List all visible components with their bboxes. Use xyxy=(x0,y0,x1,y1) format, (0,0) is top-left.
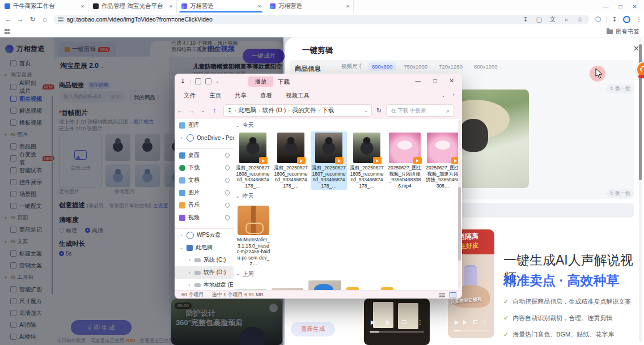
file-item[interactable]: MuMuInstaller_3.1.13.0_niesdc-mj22455-ba… xyxy=(235,202,272,268)
window-maximize-icon[interactable]: □ xyxy=(619,3,622,10)
bookmark-star-icon[interactable]: ☆ xyxy=(575,16,585,23)
browser-menu-icon[interactable]: ⋮ xyxy=(634,16,644,23)
browser-tab[interactable]: 作品管理·淘宝光合平台 ✕ xyxy=(88,0,177,12)
translate-icon[interactable]: 文 xyxy=(548,15,558,24)
video-size-option[interactable]: 690x690 xyxy=(368,62,396,71)
all-bookmarks[interactable]: 所有书签 xyxy=(607,28,639,36)
generated-video-player[interactable]: ▶ ⋮ xyxy=(364,299,430,345)
video-size-option[interactable]: 750x1000 xyxy=(400,62,431,71)
list-view-icon[interactable] xyxy=(439,293,445,297)
player-menu-icon[interactable]: ⋮ xyxy=(482,319,488,325)
nav-back-icon[interactable]: ← xyxy=(175,107,186,114)
breadcrumb-item[interactable]: 软件 (D:) xyxy=(262,107,286,114)
nav-forward-icon[interactable]: → xyxy=(186,107,197,114)
nav-tree-item[interactable]: 桌面 xyxy=(175,148,234,161)
tab-close-icon[interactable]: ✕ xyxy=(346,4,350,9)
refresh-icon[interactable]: ↻ xyxy=(27,15,39,23)
group-header-yesterday[interactable]: ⌄ 昨天 xyxy=(236,192,458,200)
forward-icon[interactable]: → xyxy=(14,15,26,23)
nav-tree-item[interactable]: 音乐 xyxy=(175,199,234,211)
explorer-search-box[interactable]: 在 下载 中搜索 ⌕ xyxy=(386,104,454,117)
expand-chevron-icon[interactable]: › xyxy=(187,258,192,263)
expand-chevron-icon[interactable]: › xyxy=(179,135,184,140)
file-item[interactable]: 20250627_图生视频_加速片段拼接_93650468308… xyxy=(425,131,458,190)
nav-history-icon[interactable]: ⌄ xyxy=(197,108,209,113)
nav-up-icon[interactable]: ↑ xyxy=(209,107,220,114)
breadcrumb-item[interactable]: 下载 xyxy=(322,107,334,114)
apps-grid-icon[interactable] xyxy=(5,29,10,34)
explorer-menu-item[interactable]: 查看 xyxy=(260,92,272,100)
nav-tree-item[interactable]: › WPS云盘 xyxy=(175,228,234,241)
explorer-menu-item[interactable]: 文件 xyxy=(184,92,196,100)
window-close-icon[interactable]: ✕ xyxy=(633,3,637,10)
url-text[interactable]: agi.taobao.com/video/imgToVideo?from=one… xyxy=(67,16,518,23)
volume-icon[interactable] xyxy=(463,320,469,325)
file-item[interactable]: 混剪_202506271807_recommend_933466874178_… xyxy=(311,131,347,190)
scrollbar-thumb[interactable] xyxy=(458,187,461,261)
play-icon[interactable]: ▶ xyxy=(455,319,459,325)
tab-close-icon[interactable]: ✕ xyxy=(80,4,84,9)
nav-tree-item[interactable]: 视频 xyxy=(175,211,234,224)
profile-avatar[interactable] xyxy=(623,16,630,23)
panel-scrollbar[interactable] xyxy=(639,39,642,342)
nav-tree-item[interactable]: › 软件 (D:) xyxy=(175,266,234,279)
explorer-menu-item[interactable]: 共享 xyxy=(235,92,247,100)
expand-chevron-icon[interactable]: › xyxy=(179,233,184,238)
nav-tree-item[interactable]: 文档 xyxy=(175,174,234,186)
explorer-menu-item[interactable]: 视频工具 xyxy=(286,92,310,100)
downloads-icon[interactable]: ↧ xyxy=(609,16,620,23)
explorer-close-icon[interactable]: ✕ xyxy=(450,78,454,84)
file-item[interactable] xyxy=(308,280,341,291)
download-page-icon[interactable]: ↧ xyxy=(520,16,531,23)
nav-tree-item[interactable]: › 系统 (C:) xyxy=(175,254,234,266)
extensions-icon[interactable]: ⬡ xyxy=(593,15,603,23)
nav-tree-item[interactable]: 图库 xyxy=(175,119,234,131)
group-chevron-icon[interactable]: ⌄ xyxy=(236,123,240,128)
breadcrumb-item[interactable]: 我的文件 xyxy=(292,107,316,114)
browser-tab[interactable]: 千牛商家工作台 ✕ xyxy=(0,0,88,12)
url-bar[interactable]: agi.taobao.com/video/imgToVideo?from=one… xyxy=(53,15,590,24)
refresh-icon[interactable]: ↻ xyxy=(376,107,382,114)
explorer-scrollbar[interactable] xyxy=(458,120,461,289)
file-item[interactable]: 20250627_图生视频_片段拼接_936504683086.mp4 xyxy=(387,131,423,190)
explorer-maximize-icon[interactable]: □ xyxy=(434,78,437,84)
fullscreen-icon[interactable] xyxy=(402,320,406,324)
swap-batch-button[interactable]: 换一批 xyxy=(607,189,634,198)
breadcrumb-bar[interactable]: ↧ › 此电脑 › 软件 (D:) › 我的文件 xyxy=(223,104,372,117)
regenerate-button[interactable]: 重新生成 xyxy=(291,322,335,337)
browser-tab[interactable]: 万相营造 ✕ xyxy=(177,0,265,12)
file-item[interactable]: 混剪_202506271808_recommend_933466874178_… xyxy=(235,131,271,190)
group-header-lastweek[interactable]: ⌄ 上周 xyxy=(236,270,458,278)
tab-close-icon[interactable]: ✕ xyxy=(169,4,173,9)
nav-tree-item[interactable]: › 本地磁盘 (E:) xyxy=(175,279,234,290)
back-icon[interactable]: ← xyxy=(2,15,14,23)
quick-access-icon[interactable] xyxy=(205,78,211,84)
contextual-tab-play[interactable]: 播放 xyxy=(248,76,273,87)
ribbon-collapse-icon[interactable]: ⌄ xyxy=(441,92,446,98)
file-item[interactable]: 混剪_202506271806_recommend_933466874178_… xyxy=(273,131,309,190)
group-chevron-icon[interactable]: ⌄ xyxy=(236,271,240,276)
video-size-option[interactable]: 800x1200 xyxy=(471,62,501,71)
nav-tree-item[interactable]: ⌄ 此电脑 xyxy=(175,241,234,254)
expand-chevron-icon[interactable]: › xyxy=(187,283,192,288)
clipboard-icon[interactable]: ▢ xyxy=(534,16,544,23)
explorer-menu-item[interactable]: 主页 xyxy=(209,92,221,100)
thumbnail-view-icon[interactable] xyxy=(450,292,456,297)
site-controls-icon[interactable] xyxy=(58,17,63,22)
quick-access-icon[interactable] xyxy=(195,78,201,84)
nav-tree-item[interactable]: 图片 xyxy=(175,186,234,199)
swap-batch-button[interactable]: 换一批 xyxy=(607,84,634,93)
home-icon[interactable]: ⌂ xyxy=(39,15,50,23)
volume-icon[interactable] xyxy=(386,320,392,325)
group-chevron-icon[interactable]: ⌄ xyxy=(236,194,240,199)
breadcrumb-item[interactable]: 此电脑 xyxy=(238,107,256,114)
address-dropdown-icon[interactable]: ⌄ xyxy=(364,108,368,113)
nav-tree-item[interactable]: › OneDrive - Per xyxy=(175,131,234,144)
toolbar-chevron-icon[interactable]: ⌄ xyxy=(215,79,219,84)
window-minimize-icon[interactable]: — xyxy=(603,3,609,10)
browser-tab[interactable]: 万相营造 ✕ xyxy=(265,0,354,12)
play-icon[interactable]: ▶ xyxy=(371,319,375,325)
progress-bar[interactable] xyxy=(370,331,424,333)
file-item[interactable]: 混剪_202506271805_recommend_933466874178_… xyxy=(349,131,385,190)
group-header-today[interactable]: ⌄ 今天 xyxy=(236,121,458,129)
